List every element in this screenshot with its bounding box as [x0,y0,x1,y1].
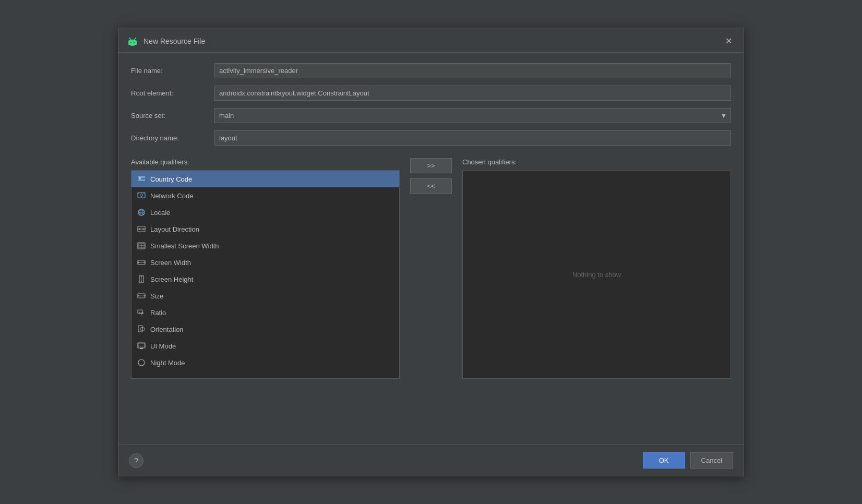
transfer-buttons: >> << [400,158,462,194]
file-name-label: File name: [131,67,214,75]
svg-point-12 [139,177,141,179]
help-button[interactable]: ? [129,453,143,468]
title-bar-left: New Resource File [127,35,205,47]
qualifier-item-layout-direction[interactable]: Layout Direction [131,221,399,237]
svg-rect-50 [138,343,145,347]
chosen-qualifiers-section: Chosen qualifiers: Nothing to show [462,158,731,379]
svg-marker-25 [139,228,141,230]
source-set-label: Source set: [131,112,214,119]
qualifier-label-ratio: Ratio [150,309,166,317]
root-element-label: Root element: [131,89,214,97]
qualifier-label-screen-height: Screen Height [150,275,193,283]
qualifier-label-layout-direction: Layout Direction [150,225,199,233]
svg-rect-49 [138,343,145,348]
qualifier-item-night-mode[interactable]: Night Mode [131,354,399,371]
orientation-icon [137,325,146,334]
directory-name-input[interactable] [214,130,731,146]
qualifier-item-size[interactable]: Size [131,287,399,304]
add-qualifier-button[interactable]: >> [410,158,452,173]
svg-point-7 [135,38,136,39]
svg-point-17 [143,193,145,194]
svg-marker-41 [138,295,139,297]
svg-point-52 [138,359,145,366]
screen-width-icon [137,258,146,267]
available-qualifiers-label: Available qualifiers: [131,158,400,166]
svg-point-5 [129,38,130,39]
night-mode-icon [137,358,146,367]
available-qualifiers-list[interactable]: Country Code [131,170,400,379]
qualifier-item-network-code[interactable]: Network Code [131,187,399,204]
qualifier-item-locale[interactable]: Locale [131,204,399,221]
svg-point-3 [134,42,135,43]
svg-marker-42 [143,295,145,297]
dialog-title: New Resource File [143,37,205,45]
svg-marker-26 [142,228,143,230]
svg-rect-9 [138,176,145,178]
directory-name-label: Directory name: [131,134,214,142]
qualifier-label-size: Size [150,292,163,300]
ok-button[interactable]: OK [643,452,685,469]
file-name-row: File name: [131,63,731,78]
chosen-qualifiers-panel: Nothing to show [462,170,731,379]
svg-rect-51 [140,348,143,349]
screen-height-icon [137,274,146,284]
qualifier-label-orientation: Orientation [150,326,184,333]
root-element-row: Root element: [131,86,731,101]
svg-point-14 [140,194,143,197]
dialog-body: File name: Root element: Source set: mai… [118,53,744,445]
source-set-wrapper: main debug release ▼ [214,108,731,123]
smallest-screen-width-icon [137,241,146,250]
qualifier-item-screen-height[interactable]: Screen Height [131,271,399,287]
qualifier-item-ratio[interactable]: 16 9 Ratio [131,304,399,321]
dialog-footer: ? OK Cancel [118,445,744,476]
qualifier-label-night-mode: Night Mode [150,359,185,367]
nothing-to-show-text: Nothing to show [572,271,621,279]
footer-action-buttons: OK Cancel [643,452,733,469]
qualifier-label-locale: Locale [150,209,170,217]
ui-mode-icon [137,341,146,351]
source-set-select[interactable]: main debug release [214,108,731,123]
svg-point-2 [130,42,131,43]
layout-direction-icon [137,224,146,234]
android-icon [127,35,138,47]
directory-name-row: Directory name: [131,130,731,146]
file-name-input[interactable] [214,63,731,78]
qualifier-label-country-code: Country Code [150,175,192,183]
qualifier-label-network-code: Network Code [150,192,193,200]
qualifier-item-orientation[interactable]: Orientation [131,321,399,338]
qualifier-label-smallest-screen-width: Smallest Screen Width [150,242,219,250]
qualifier-item-smallest-screen-width[interactable]: Smallest Screen Width [131,237,399,254]
svg-point-16 [138,193,139,194]
qualifier-item-screen-width[interactable]: Screen Width [131,254,399,271]
qualifier-label-screen-width: Screen Width [150,259,191,267]
new-resource-file-dialog: New Resource File ✕ File name: Root elem… [118,28,744,476]
qualifier-item-ui-mode[interactable]: UI Mode [131,338,399,354]
available-qualifiers-section: Available qualifiers: [131,158,400,379]
network-icon [137,191,146,200]
ratio-icon: 16 9 [137,308,146,317]
flag-icon [137,174,146,184]
qualifier-label-ui-mode: UI Mode [150,342,176,350]
globe-icon [137,208,146,217]
svg-rect-11 [138,179,145,181]
size-icon [137,291,146,301]
source-set-row: Source set: main debug release ▼ [131,108,731,123]
chosen-qualifiers-label: Chosen qualifiers: [462,158,731,166]
remove-qualifier-button[interactable]: << [410,178,452,194]
close-button[interactable]: ✕ [722,36,735,46]
cancel-button[interactable]: Cancel [690,452,733,469]
title-bar: New Resource File ✕ [118,28,744,53]
svg-rect-1 [128,41,137,45]
qualifier-item-country-code[interactable]: Country Code [131,171,399,187]
root-element-input[interactable] [214,86,731,101]
qualifiers-section: Available qualifiers: [131,158,731,434]
